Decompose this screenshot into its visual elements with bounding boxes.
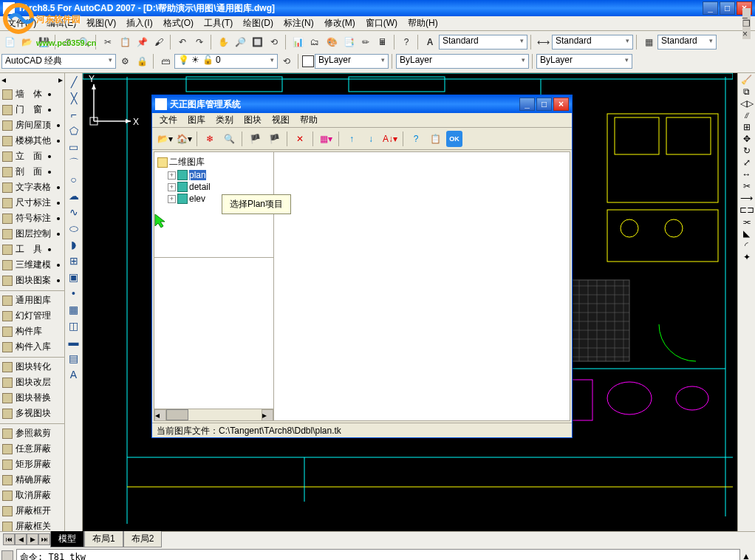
menu-dimension[interactable]: 标注(N)	[279, 16, 318, 31]
panel-item[interactable]: 精确屏蔽	[0, 472, 64, 488]
command-line[interactable]: 命令: T81_tkw	[16, 549, 740, 560]
panel-item[interactable]: 尺寸标注	[0, 195, 64, 211]
arc-tool[interactable]: ⌒	[66, 156, 81, 171]
dlg-menu-block[interactable]: 图块	[239, 112, 266, 128]
copy-button[interactable]: 📋	[117, 34, 133, 50]
scroll-thumb[interactable]	[166, 409, 188, 420]
help-button[interactable]: ?	[398, 34, 414, 50]
calc-button[interactable]: 🖩	[375, 34, 391, 50]
expand-button[interactable]: +	[168, 183, 176, 191]
doc-minimize-button[interactable]: _	[742, 8, 751, 18]
hatch-tool[interactable]: ▦	[66, 302, 81, 317]
fillet-tool[interactable]: ◜	[745, 240, 748, 250]
scale-tool[interactable]: ⤢	[743, 157, 751, 168]
new-button[interactable]: 📄	[1, 34, 18, 50]
tree-root[interactable]: 二维图库	[157, 155, 270, 169]
menu-file[interactable]: 文件(F)	[3, 16, 41, 31]
line-tool[interactable]: ╱	[66, 75, 81, 89]
rect-tool[interactable]: ▭	[66, 140, 81, 154]
chamfer-tool[interactable]: ◣	[743, 228, 750, 239]
panel-item[interactable]: 构件库	[0, 324, 64, 339]
panel-item[interactable]: 取消屏蔽	[0, 488, 64, 503]
dlg-menu-category[interactable]: 类别	[211, 112, 238, 128]
point-tool[interactable]: •	[66, 286, 81, 301]
dlg-menu-help[interactable]: 帮助	[295, 112, 322, 128]
dlg-up-button[interactable]: ↑	[344, 131, 360, 147]
dlg-menu-library[interactable]: 图库	[183, 112, 210, 128]
save-button[interactable]: 💾	[35, 34, 52, 50]
copy-tool[interactable]: ⧉	[743, 86, 750, 97]
polygon-tool[interactable]: ⬠	[66, 123, 81, 138]
panel-item[interactable]: 工 具	[0, 242, 64, 257]
dlg-home-button[interactable]: 🏠▾	[176, 131, 192, 147]
panel-item[interactable]: 墙 体	[0, 86, 64, 102]
dlg-ok-button[interactable]: OK	[446, 131, 462, 147]
menu-modify[interactable]: 修改(M)	[320, 16, 360, 31]
xline-tool[interactable]: ╳	[66, 91, 81, 106]
panel-item[interactable]: 构件入库	[0, 339, 64, 355]
ws-save-button[interactable]: 🔒	[134, 53, 150, 69]
expand-button[interactable]: +	[168, 195, 176, 203]
scroll-right-button[interactable]: ▸	[262, 409, 273, 421]
matchprop-button[interactable]: 🖌	[151, 34, 167, 50]
menu-draw[interactable]: 绘图(D)	[239, 16, 278, 31]
panel-item[interactable]: 立 面	[0, 148, 64, 164]
panel-item[interactable]: 图层控制	[0, 226, 64, 242]
dlg-down-button[interactable]: ↓	[363, 131, 379, 147]
dlg-flag1-button[interactable]: 🏴	[247, 131, 263, 147]
panel-item[interactable]: 任意屏蔽	[0, 441, 64, 457]
stretch-tool[interactable]: ↔	[742, 169, 751, 180]
panel-item[interactable]: 楼梯其他	[0, 133, 64, 148]
toolpal-button[interactable]: 🎨	[324, 34, 340, 50]
table-tool[interactable]: ▤	[66, 351, 81, 366]
print-button[interactable]: 🖨	[59, 34, 75, 50]
tablestyle-dropdown[interactable]: Standard	[657, 35, 717, 49]
dlg-checkout-button[interactable]: 📋	[427, 131, 443, 147]
dialog-maximize-button[interactable]: □	[536, 98, 552, 111]
dlg-find-button[interactable]: 🔍	[221, 131, 237, 147]
tab-next-button[interactable]: ▶	[27, 533, 38, 545]
trim-tool[interactable]: ✂	[743, 181, 751, 191]
dlg-delete-button[interactable]: ✕	[292, 131, 308, 147]
insert-tool[interactable]: ⊞	[66, 253, 81, 268]
doc-close-button[interactable]: ×	[742, 29, 751, 39]
panel-prev[interactable]: ◂	[1, 75, 6, 85]
panel-next[interactable]: ▸	[58, 75, 63, 85]
paste-button[interactable]: 📌	[134, 34, 150, 50]
move-tool[interactable]: ✥	[743, 134, 751, 144]
panel-item[interactable]: 文字表格	[0, 180, 64, 195]
minimize-button[interactable]: _	[703, 1, 718, 15]
ellipse-tool[interactable]: ⬭	[66, 221, 81, 236]
layer-dropdown[interactable]: 💡 ☀ 🔓 0	[174, 54, 278, 69]
panel-item[interactable]: 矩形屏蔽	[0, 457, 64, 472]
textstyle-dropdown[interactable]: Standard	[439, 35, 527, 49]
panel-item[interactable]: 多视图块	[0, 406, 64, 421]
workspace-dropdown[interactable]: AutoCAD 经典	[1, 54, 116, 69]
panel-item[interactable]: 通用图库	[0, 293, 64, 308]
open-button[interactable]: 📂	[18, 34, 35, 50]
dialog-minimize-button[interactable]: _	[519, 98, 535, 111]
revcloud-tool[interactable]: ☁	[66, 188, 81, 203]
menu-window[interactable]: 窗口(W)	[361, 16, 402, 31]
color-btn[interactable]	[302, 55, 314, 67]
tab-model[interactable]: 模型	[50, 531, 84, 547]
ws-settings-button[interactable]: ⚙	[117, 53, 133, 69]
pline-tool[interactable]: ⌐	[66, 107, 81, 122]
cmd-handle[interactable]	[1, 550, 13, 560]
rotate-tool[interactable]: ↻	[743, 146, 751, 156]
zoomprev-button[interactable]: ⟲	[266, 34, 282, 50]
redo-button[interactable]: ↷	[191, 34, 208, 50]
dlg-menu-view[interactable]: 视图	[267, 112, 294, 128]
tab-first-button[interactable]: ⏮	[3, 533, 15, 545]
menu-format[interactable]: 格式(O)	[159, 16, 198, 31]
cut-button[interactable]: ✂	[100, 34, 116, 50]
cmd-scroll-up[interactable]: ▲	[742, 551, 754, 560]
tree-item-detail[interactable]: + detail	[157, 181, 270, 193]
dlg-sort-button[interactable]: A↓▾	[382, 131, 398, 147]
menu-view[interactable]: 视图(V)	[82, 16, 120, 31]
dlg-grid-button[interactable]: ▦▾	[318, 131, 334, 147]
pan-button[interactable]: ✋	[215, 34, 231, 50]
maximize-button[interactable]: □	[720, 1, 735, 15]
panel-item[interactable]: 图块替换	[0, 390, 64, 406]
panel-item[interactable]: 图块改层	[0, 375, 64, 390]
